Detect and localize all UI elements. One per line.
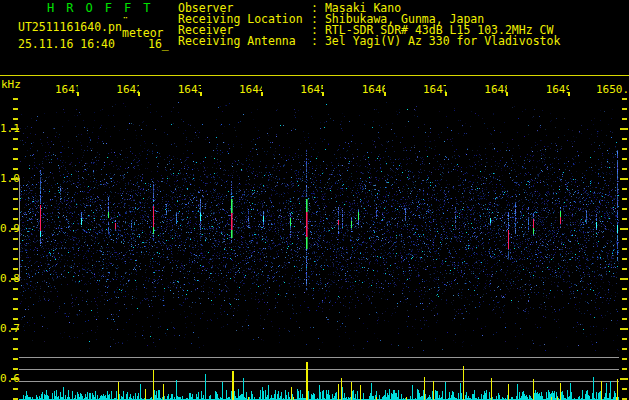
axis-tick-left xyxy=(13,158,18,160)
axis-tick-left xyxy=(11,228,19,230)
output-filename: UT2511161640.pn xyxy=(18,21,122,33)
time-tick-mark xyxy=(77,92,79,96)
axis-tick-left xyxy=(13,338,18,340)
axis-tick-right xyxy=(622,168,627,170)
axis-tick-left xyxy=(13,118,18,120)
axis-tick-left xyxy=(11,178,19,180)
axis-tick-left xyxy=(13,218,18,220)
axis-tick-right xyxy=(622,288,627,290)
axis-tick-right xyxy=(622,268,627,270)
axis-tick-left xyxy=(13,298,18,300)
axis-tick-left xyxy=(13,388,18,390)
axis-tick-left xyxy=(13,188,18,190)
axis-tick-left xyxy=(13,348,18,350)
axis-tick-left xyxy=(11,328,19,330)
axis-tick-right xyxy=(622,148,627,150)
axis-tick-left xyxy=(13,238,18,240)
axis-tick-left xyxy=(13,148,18,150)
axis-tick-left xyxy=(13,108,18,110)
colon: : xyxy=(311,34,318,48)
axis-tick-left xyxy=(13,138,18,140)
axis-tick-right xyxy=(622,338,627,340)
time-tick-mark xyxy=(445,92,447,96)
time-label: 1642 xyxy=(116,84,139,96)
axis-tick-right xyxy=(622,108,627,110)
axis-tick-left xyxy=(13,98,18,100)
axis-tick-right xyxy=(622,98,627,100)
axis-tick-left xyxy=(13,358,18,360)
axis-tick-right xyxy=(622,258,627,260)
info-label: Receiving Antenna xyxy=(178,36,311,47)
axis-tick-right xyxy=(622,388,627,390)
axis-tick-right xyxy=(622,218,627,220)
time-label: 1650. xyxy=(596,84,629,96)
axis-tick-right xyxy=(620,228,628,230)
axis-tick-right xyxy=(622,248,627,250)
time-tick-mark xyxy=(138,92,140,96)
time-label: 1646 xyxy=(362,84,385,96)
minute-counter: 16_ xyxy=(148,38,169,50)
axis-tick-right xyxy=(622,298,627,300)
axis-tick-right xyxy=(622,208,627,210)
time-label: 1643 xyxy=(178,84,201,96)
time-tick-mark xyxy=(322,92,324,96)
axis-tick-left xyxy=(13,268,18,270)
spectrogram-canvas xyxy=(19,100,619,356)
axis-tick-right xyxy=(622,368,627,370)
axis-tick-right xyxy=(622,188,627,190)
axis-tick-left xyxy=(13,198,18,200)
time-tick-mark xyxy=(384,92,386,96)
info-value: 3el Yagi(V) Az 330 for Vladivostok xyxy=(325,34,560,48)
axis-tick-left xyxy=(11,278,19,280)
time-label: 1649 xyxy=(546,84,569,96)
axis-tick-right xyxy=(622,118,627,120)
noise-plot-canvas xyxy=(19,356,619,400)
axis-tick-left xyxy=(11,378,19,380)
axis-tick-left xyxy=(11,128,19,130)
y-axis-unit-label: kHz xyxy=(1,79,21,90)
hrofft-app-window: H R O F F T UT2511161640.pn ¨ meteor 25.… xyxy=(0,0,629,400)
time-label: 1644 xyxy=(239,84,262,96)
time-label: 1645 xyxy=(300,84,323,96)
axis-tick-left xyxy=(13,318,18,320)
axis-tick-right xyxy=(620,328,628,330)
axis-tick-left xyxy=(13,248,18,250)
axis-tick-right xyxy=(622,198,627,200)
time-tick-mark xyxy=(506,92,508,96)
header-divider-line xyxy=(0,75,629,76)
axis-tick-left xyxy=(13,308,18,310)
axis-tick-right xyxy=(620,378,628,380)
axis-tick-right xyxy=(620,278,628,280)
time-tick-mark xyxy=(261,92,263,96)
time-tick-mark xyxy=(568,92,570,96)
axis-tick-right xyxy=(622,308,627,310)
axis-tick-right xyxy=(622,358,627,360)
datetime-text: 25.11.16 16:40 xyxy=(18,38,115,50)
time-tick-mark xyxy=(200,92,202,96)
axis-tick-right xyxy=(622,348,627,350)
app-title: H R O F F T xyxy=(47,2,153,14)
axis-tick-left xyxy=(13,208,18,210)
time-label: 1641 xyxy=(55,84,78,96)
axis-tick-right xyxy=(622,238,627,240)
axis-tick-right xyxy=(620,178,628,180)
axis-tick-left xyxy=(13,368,18,370)
time-label: 1648 xyxy=(484,84,507,96)
axis-tick-right xyxy=(622,318,627,320)
axis-tick-left xyxy=(13,168,18,170)
axis-tick-right xyxy=(620,128,628,130)
axis-tick-right xyxy=(622,138,627,140)
band-marker-line xyxy=(19,178,20,281)
time-label: 1647 xyxy=(423,84,446,96)
axis-tick-right xyxy=(622,158,627,160)
info-row-antenna: Receiving Antenna:3el Yagi(V) Az 330 for… xyxy=(178,36,560,47)
axis-tick-left xyxy=(13,258,18,260)
axis-tick-left xyxy=(13,288,18,290)
